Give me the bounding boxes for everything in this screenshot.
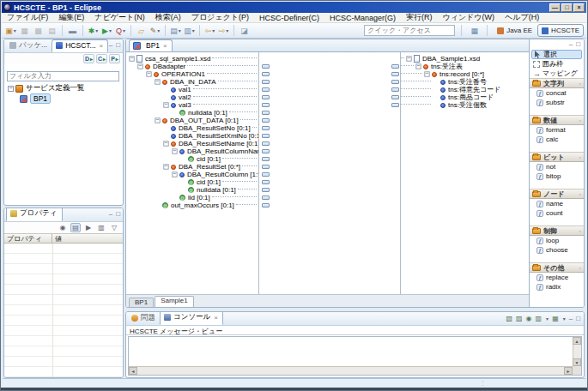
run-button[interactable]: ▶▾ <box>100 24 113 37</box>
sheet-tab-bp1[interactable]: BP1 <box>129 298 154 307</box>
source-tree-node[interactable]: −val3 <box>126 101 258 109</box>
clear-console-button[interactable]: ▧ <box>506 315 512 322</box>
tree-node-bp1[interactable]: BP1 <box>4 93 123 104</box>
expander-icon[interactable]: − <box>172 171 177 177</box>
pin-icon[interactable]: ◦ <box>579 81 581 87</box>
filter-input[interactable] <box>7 71 119 81</box>
tab-package-explorer[interactable]: パッケ... <box>6 39 52 52</box>
property-row[interactable] <box>4 326 123 336</box>
perspective-hcscte-button[interactable]: HCSCTE <box>537 24 584 37</box>
source-tree-node[interactable]: −DBadapter <box>126 63 258 70</box>
perspective-java-ee-button[interactable]: Java EE <box>494 24 536 37</box>
palette-item-not[interactable]: fnot <box>530 162 584 171</box>
mapping-port[interactable] <box>262 172 270 177</box>
pin-icon[interactable]: ◦ <box>579 154 581 160</box>
palette-item-replace[interactable]: freplace <box>530 273 584 282</box>
horizontal-scrollbar[interactable]: ◄ ► <box>129 366 573 375</box>
property-row[interactable] <box>4 346 123 357</box>
expander-icon[interactable]: − <box>146 71 151 76</box>
expander-icon[interactable]: − <box>172 148 177 153</box>
minimize-view-icon[interactable]: – <box>109 42 112 49</box>
mapping-port[interactable] <box>262 188 270 192</box>
dropdown-arrow-icon[interactable]: ▾ <box>95 27 98 33</box>
show-categories-button[interactable]: ▤ <box>70 223 81 232</box>
source-tree-node[interactable]: @out_maxOccurs [0:1] <box>126 202 258 209</box>
mapping-port[interactable] <box>262 80 270 84</box>
menu-item[interactable]: ナビゲート(N) <box>89 12 149 23</box>
expander-icon[interactable]: − <box>424 71 429 76</box>
run-external-tools-button[interactable]: Q▾ <box>114 24 127 37</box>
maximize-view-icon[interactable]: □ <box>576 315 580 322</box>
mark-occurrences-button[interactable]: ✎▾ <box>149 24 161 37</box>
menu-item[interactable]: ヘルプ(H) <box>500 12 544 23</box>
source-tree-node[interactable]: −DBA_IN_DATA <box>126 78 258 86</box>
target-tree-node[interactable]: tns:受注個数 <box>401 101 529 109</box>
property-row[interactable] <box>4 244 123 254</box>
dropdown-arrow-icon[interactable]: ▾ <box>123 27 125 33</box>
pin-console-button[interactable]: ◉ <box>526 315 532 322</box>
source-tree-node[interactable]: DBA_ResultSetNo [0:1] <box>126 124 258 132</box>
mapping-port[interactable] <box>262 95 270 99</box>
source-tree-node[interactable]: @nulldata [0:1] <box>126 186 258 194</box>
property-row[interactable] <box>4 264 123 274</box>
mapping-port[interactable] <box>262 103 270 107</box>
property-row[interactable] <box>4 295 123 305</box>
property-row[interactable] <box>4 367 123 377</box>
menu-item[interactable]: HCSC-Definer(C) <box>254 14 324 22</box>
save-all-button[interactable]: ▩ <box>32 24 45 37</box>
mapping-port[interactable] <box>391 64 399 69</box>
expander-icon[interactable]: − <box>137 63 142 69</box>
property-row[interactable] <box>4 357 123 367</box>
open-resource-button[interactable]: ▱ <box>135 24 148 37</box>
palette-item-bitop[interactable]: fbitop <box>530 171 584 181</box>
dropdown-arrow-icon[interactable]: ▾ <box>546 316 549 322</box>
remove-launch-button[interactable]: ▨ <box>516 315 523 322</box>
dropdown-arrow-icon[interactable]: ▾ <box>14 27 16 33</box>
mapping-port[interactable] <box>262 134 270 138</box>
dropdown-arrow-icon[interactable]: ▾ <box>212 27 215 33</box>
menu-item[interactable]: 編集(E) <box>53 12 89 23</box>
dropdown-arrow-icon[interactable]: ▾ <box>563 316 566 322</box>
palette-item-concat[interactable]: fconcat <box>530 88 584 98</box>
hcsc-setup-button[interactable]: ▬ <box>66 24 79 37</box>
mapping-port[interactable] <box>391 95 399 99</box>
source-tree-node[interactable]: −DBA_ResultSetName [0:1] <box>126 140 258 147</box>
back-button[interactable]: ⇦▾ <box>203 24 216 37</box>
mapping-port[interactable] <box>262 180 270 184</box>
mapping-port[interactable] <box>262 149 270 153</box>
source-tree-node[interactable]: val1 <box>126 86 258 93</box>
forward-button[interactable]: ⇨▾ <box>217 24 230 37</box>
last-edit-location-button[interactable]: ◪ <box>238 24 251 37</box>
debug-button[interactable]: ✱▾ <box>87 24 100 37</box>
mapping-port[interactable] <box>262 126 270 130</box>
sheet-tab-sample1[interactable]: Sample1 <box>155 296 194 307</box>
dropdown-arrow-icon[interactable]: ▾ <box>192 27 195 33</box>
expander-icon[interactable]: − <box>155 79 160 84</box>
source-tree-node[interactable]: @cid [0:1] <box>126 178 258 186</box>
source-tree-node[interactable]: −OPERATION1 <box>126 70 258 78</box>
palette-group-header[interactable]: その他◦ <box>530 262 584 273</box>
dropdown-arrow-icon[interactable]: ▾ <box>109 27 112 33</box>
open-perspective-button[interactable]: ▦ <box>468 24 481 37</box>
maximize-view-icon[interactable]: □ <box>116 42 120 49</box>
explorer-action-d-button[interactable]: D▸ <box>83 54 94 63</box>
expander-icon[interactable]: − <box>406 56 411 61</box>
palette-item-count[interactable]: fcount <box>530 208 584 218</box>
previous-annotation-button[interactable]: ▥▾ <box>183 24 196 37</box>
maximize-button[interactable]: □ <box>561 3 573 12</box>
mapping-port[interactable] <box>262 196 270 200</box>
source-tree-node[interactable]: −DBA_OUT_DATA [0:1] <box>126 117 258 124</box>
source-tree-node[interactable]: DBA_ResultSetXmlNo [0:1] <box>126 132 258 140</box>
dropdown-arrow-icon[interactable]: ▾ <box>226 27 228 33</box>
palette-item-name[interactable]: fname <box>530 199 584 208</box>
minimize-palette-icon[interactable]: – <box>569 41 573 50</box>
tab-hcscte-explorer[interactable]: HCSCT... × <box>52 39 108 52</box>
mapping-port[interactable] <box>262 118 270 123</box>
minimize-button[interactable]: — <box>549 3 561 12</box>
target-tree-node[interactable]: −DBA_Sample1.xsd <box>401 55 529 63</box>
service-definition-root[interactable]: − サービス定義一覧 <box>4 83 123 93</box>
palette-group-header[interactable]: 数値◦ <box>530 115 584 125</box>
dropdown-arrow-icon[interactable]: ▾ <box>179 27 181 33</box>
expander-icon[interactable]: − <box>155 117 160 123</box>
palette-tool-arrow[interactable]: →マッピング <box>531 69 582 78</box>
